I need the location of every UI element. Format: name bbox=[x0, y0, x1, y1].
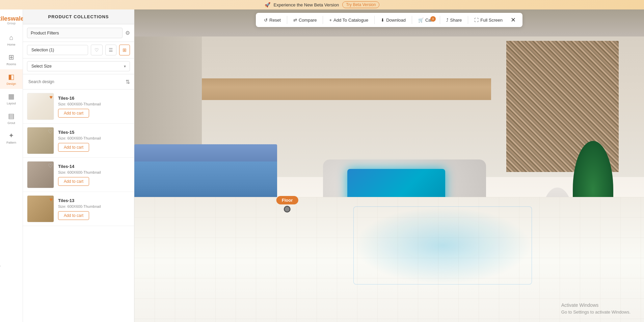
toolbar-divider-2 bbox=[323, 16, 323, 24]
filter-icon-button[interactable]: ⚙ bbox=[125, 30, 130, 36]
selection-button[interactable]: Selection (1) bbox=[27, 45, 88, 55]
product-card-tiles-13: ♥ Tiles-13 Size: 600X600-Thumbnail Add t… bbox=[23, 192, 134, 226]
grout-icon: ▤ bbox=[8, 112, 15, 120]
logo-group: Group bbox=[7, 22, 16, 25]
sidebar-item-rooms[interactable]: ⊞ Rooms bbox=[0, 50, 23, 69]
reset-button[interactable]: ↺ Reset bbox=[260, 16, 285, 25]
share-button[interactable]: ⤴ Share bbox=[442, 16, 466, 25]
sidebar-panel: PRODUCT COLLECTIONS ⚙ Selection (1) ♡ ☰ … bbox=[23, 9, 134, 322]
close-button[interactable]: ✕ bbox=[508, 15, 518, 25]
product-list: ♥ Tiles-16 Size: 600X600-Thumbnail Add t… bbox=[23, 90, 134, 322]
sidebar-item-grout[interactable]: ▤ Grout bbox=[0, 108, 23, 128]
like-button-tiles-15[interactable]: ♡ bbox=[48, 128, 53, 135]
close-icon: ✕ bbox=[511, 17, 516, 23]
like-button-tiles-13[interactable]: ♥ bbox=[50, 197, 53, 203]
sidebar-item-pattern[interactable]: ✦ Pattern bbox=[0, 128, 23, 148]
activate-windows: Activate Windows Go to Settings to activ… bbox=[561, 302, 630, 316]
toolbar-divider-3 bbox=[374, 16, 375, 24]
add-to-cart-tiles-15[interactable]: Add to cart bbox=[58, 143, 89, 152]
home-icon: ⌂ bbox=[9, 34, 13, 42]
product-card-tiles-15: ♡ Tiles-15 Size: 600X600-Thumbnail Add t… bbox=[23, 124, 134, 158]
toolbar: ↺ Reset ⇄ Compare + Add To Catalogue ⬇ D… bbox=[256, 13, 522, 27]
product-card-tiles-16: ♥ Tiles-16 Size: 600X600-Thumbnail Add t… bbox=[23, 90, 134, 124]
product-name-tiles-16: Tiles-16 bbox=[58, 96, 130, 101]
rocket-icon: 🚀 bbox=[265, 2, 270, 7]
search-input[interactable] bbox=[27, 77, 123, 86]
product-info-tiles-15: Tiles-15 Size: 600X600-Thumbnail Add to … bbox=[58, 130, 130, 152]
fullscreen-label: Full Screen bbox=[480, 18, 503, 23]
app-wrapper: tileswale Group ⌂ Home ⊞ Rooms ◧ Design … bbox=[0, 0, 644, 322]
product-size-tiles-13: Size: 600X600-Thumbnail bbox=[58, 204, 130, 208]
size-dropdown-wrapper: Select Size 600X600 300X600 300X300 bbox=[27, 61, 130, 71]
cart-icon: 🛒 bbox=[418, 18, 424, 23]
main-content: ↺ Reset ⇄ Compare + Add To Catalogue ⬇ D… bbox=[134, 9, 644, 322]
product-size-tiles-15: Size: 600X600-Thumbnail bbox=[58, 136, 130, 140]
sidebar-header: PRODUCT COLLECTIONS bbox=[23, 9, 134, 24]
try-beta-button[interactable]: Try Beta Version bbox=[342, 1, 379, 8]
grid-view-button[interactable]: ⊞ bbox=[119, 45, 130, 55]
logo-area: tileswale Group bbox=[0, 13, 24, 30]
add-to-cart-tiles-14[interactable]: Add to cart bbox=[58, 177, 89, 186]
floor-dot bbox=[284, 206, 291, 213]
add-catalogue-icon: + bbox=[329, 18, 332, 23]
collections-title: PRODUCT COLLECTIONS bbox=[28, 14, 129, 19]
add-catalogue-button[interactable]: + Add To Catalogue bbox=[325, 16, 372, 25]
favorites-button[interactable]: ♡ bbox=[91, 45, 103, 55]
add-to-cart-tiles-16[interactable]: Add to cart bbox=[58, 109, 89, 118]
product-filters-input[interactable] bbox=[27, 28, 123, 38]
compare-button[interactable]: ⇄ Compare bbox=[289, 16, 321, 25]
reset-label: Reset bbox=[269, 18, 281, 23]
floor-hotspot[interactable]: Floor bbox=[276, 196, 298, 213]
product-name-tiles-13: Tiles-13 bbox=[58, 198, 130, 203]
product-thumb-wrapper-15: ♡ bbox=[27, 127, 54, 154]
rooms-label: Rooms bbox=[6, 63, 16, 66]
beta-banner: 🚀 Experience the New Beta Version Try Be… bbox=[0, 0, 644, 9]
left-nav: tileswale Group ⌂ Home ⊞ Rooms ◧ Design … bbox=[0, 9, 23, 322]
logo-wale: wale bbox=[11, 15, 24, 22]
toolbar-divider-4 bbox=[412, 16, 412, 24]
floor-label: Floor bbox=[276, 196, 298, 204]
product-info-tiles-16: Tiles-16 Size: 600X600-Thumbnail Add to … bbox=[58, 96, 130, 118]
layout-label: Layout bbox=[7, 102, 16, 105]
cart-badge-count: 3 bbox=[430, 16, 436, 22]
download-label: Download bbox=[386, 18, 406, 23]
grout-label: Grout bbox=[7, 121, 15, 125]
pattern-label: Pattern bbox=[6, 141, 16, 144]
compare-icon: ⇄ bbox=[293, 18, 297, 23]
list-view-button[interactable]: ☰ bbox=[105, 45, 116, 55]
sidebar-item-home[interactable]: ⌂ Home bbox=[0, 30, 23, 50]
download-icon: ⬇ bbox=[381, 18, 384, 23]
share-label: Share bbox=[450, 18, 462, 23]
search-row: ⇅ bbox=[23, 74, 134, 90]
home-label: Home bbox=[7, 43, 15, 46]
room-view: Activate Windows Go to Settings to activ… bbox=[134, 9, 644, 322]
sidebar-item-layout[interactable]: ▦ Layout bbox=[0, 89, 23, 108]
fullscreen-button[interactable]: ⛶ Full Screen bbox=[470, 16, 507, 25]
like-button-tiles-16[interactable]: ♥ bbox=[50, 94, 53, 100]
product-info-tiles-13: Tiles-13 Size: 600X600-Thumbnail Add to … bbox=[58, 198, 130, 220]
rooms-icon: ⊞ bbox=[8, 53, 14, 61]
cart-button[interactable]: 🛒 Cart 3 bbox=[414, 16, 438, 25]
product-info-tiles-14: Tiles-14 Size: 600X600-Thumbnail Add to … bbox=[58, 164, 130, 186]
sidebar-item-design[interactable]: ◧ Design bbox=[0, 69, 23, 89]
toolbar-divider-1 bbox=[287, 16, 287, 24]
size-select[interactable]: Select Size 600X600 300X600 300X300 bbox=[27, 61, 130, 71]
add-to-cart-tiles-13[interactable]: Add to cart bbox=[58, 211, 89, 220]
add-catalogue-label: Add To Catalogue bbox=[333, 18, 368, 23]
sofa-back bbox=[134, 144, 277, 162]
sort-icon-button[interactable]: ⇅ bbox=[126, 79, 130, 85]
layout-icon: ▦ bbox=[8, 92, 15, 100]
toolbar-divider-6 bbox=[468, 16, 468, 24]
design-icon: ◧ bbox=[8, 73, 15, 81]
beta-message: Experience the New Beta Version bbox=[274, 2, 339, 7]
toolbar-divider-5 bbox=[440, 16, 440, 24]
logo-tiles: tiles bbox=[0, 15, 11, 22]
like-button-tiles-14[interactable]: ♡ bbox=[48, 163, 53, 169]
product-name-tiles-14: Tiles-14 bbox=[58, 164, 130, 169]
activate-windows-subtitle: Go to Settings to activate Windows. bbox=[561, 309, 630, 316]
blue-glow-reflection bbox=[353, 206, 532, 284]
activate-windows-title: Activate Windows bbox=[561, 302, 630, 309]
product-thumb-wrapper: ♥ bbox=[27, 93, 54, 120]
product-card-tiles-14: ♡ Tiles-14 Size: 600X600-Thumbnail Add t… bbox=[23, 158, 134, 192]
download-button[interactable]: ⬇ Download bbox=[377, 16, 410, 25]
